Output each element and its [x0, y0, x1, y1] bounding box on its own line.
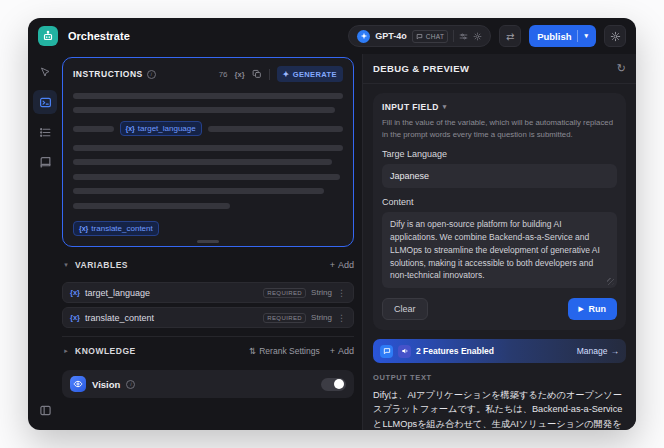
generate-button[interactable]: ✦ GENERATE [277, 66, 343, 82]
pointer-tool-icon[interactable] [33, 60, 57, 84]
resize-grip[interactable] [607, 278, 614, 285]
instructions-title: INSTRUCTIONS [73, 69, 143, 79]
clear-button[interactable]: Clear [382, 298, 428, 320]
char-count: 76 [219, 70, 228, 79]
variable-more-icon[interactable]: ⋮ [337, 288, 346, 298]
nav-logs-icon[interactable] [33, 120, 57, 144]
orchestrate-column: INSTRUCTIONS i 76 {x} ✦ GENERATE [62, 54, 362, 430]
app-window: Orchestrate GPT-4o CHAT ⇄ Publish ▾ [28, 18, 636, 430]
nav-knowledge-icon[interactable] [33, 150, 57, 174]
required-badge: REQUIRED [263, 288, 306, 298]
output-text: Difyは、AIアプリケーションを構築するためのオープンソースプラットフォームで… [373, 388, 626, 430]
features-count-label: 2 Features Enabled [416, 346, 494, 356]
feature-opener-icon [380, 345, 393, 358]
variable-icon: {x} [70, 313, 80, 322]
variable-icon: {x} [79, 225, 88, 232]
left-nav-rail [28, 54, 62, 430]
gear-icon[interactable] [473, 32, 482, 41]
page-title: Orchestrate [68, 30, 130, 42]
model-provider-icon [357, 30, 370, 43]
prompt-editor[interactable]: {x} target_language {x} translate_conten… [73, 84, 343, 236]
nav-orchestrate-icon[interactable] [33, 90, 57, 114]
skeleton-line [73, 159, 332, 165]
arrow-right-icon: → [611, 346, 620, 356]
model-param-icons [459, 32, 482, 41]
variable-chip-translate-content[interactable]: {x} translate_content [73, 221, 159, 236]
model-selector[interactable]: GPT-4o CHAT [348, 25, 491, 47]
variable-chip-target-language[interactable]: {x} target_language [120, 121, 202, 136]
rerank-settings-button[interactable]: ⇅ Rerank Settings [249, 346, 320, 356]
instructions-header: INSTRUCTIONS i 76 {x} ✦ GENERATE [73, 66, 343, 82]
debug-header: DEBUG & PREVIEW ↻ [363, 54, 636, 84]
model-name: GPT-4o [375, 31, 407, 41]
publish-button[interactable]: Publish ▾ [529, 25, 596, 47]
chat-bubble-icon [416, 33, 423, 40]
copy-icon[interactable] [252, 69, 262, 79]
variable-name: translate_content [85, 313, 154, 323]
rerank-icon: ⇅ [249, 346, 256, 356]
input-field-header[interactable]: INPUT FIELD ▾ [382, 102, 617, 112]
skeleton-line [73, 126, 114, 132]
divider [453, 30, 454, 42]
chevron-down-icon: ▾ [584, 32, 588, 40]
content-textarea[interactable]: Dify is an open-source platform for buil… [382, 212, 617, 288]
collapse-panel-icon[interactable] [33, 398, 57, 422]
toggle-knob [334, 379, 344, 389]
debug-title: DEBUG & PREVIEW [373, 63, 469, 74]
swap-model-button[interactable]: ⇄ [499, 25, 521, 47]
chevron-down-icon: ▾ [443, 103, 447, 111]
variable-row-target-language[interactable]: {x} target_language REQUIRED String ⋮ [62, 282, 354, 303]
target-language-label: Targe Language [382, 149, 617, 159]
variable-icon: {x} [126, 125, 135, 132]
add-variable-button[interactable]: + Add [330, 260, 354, 270]
input-field-description: Fill in the value of the variable, which… [382, 117, 617, 140]
app-header: Orchestrate GPT-4o CHAT ⇄ Publish ▾ [28, 18, 636, 54]
skeleton-line [73, 188, 324, 194]
sliders-icon[interactable] [459, 32, 468, 41]
variable-icon: {x} [70, 288, 80, 297]
insert-variable-icon[interactable]: {x} [235, 70, 245, 79]
refresh-icon[interactable]: ↻ [617, 62, 626, 75]
chevron-right-icon[interactable]: ▸ [62, 347, 70, 355]
variable-name: target_language [85, 288, 150, 298]
app-settings-button[interactable] [604, 25, 626, 47]
plus-icon: + [330, 346, 335, 356]
resize-handle[interactable] [197, 240, 219, 243]
output-title: OUTPUT TEXT [373, 373, 626, 382]
variable-type: String [311, 313, 332, 322]
vision-feature-card: Vision i [62, 370, 354, 398]
skeleton-line [73, 107, 335, 113]
add-knowledge-button[interactable]: + Add [330, 346, 354, 356]
swap-icon: ⇄ [506, 31, 514, 42]
gear-icon [610, 31, 621, 42]
vision-title: Vision [92, 379, 120, 390]
run-button[interactable]: ▶ Run [568, 298, 618, 320]
instructions-panel: INSTRUCTIONS i 76 {x} ✦ GENERATE [62, 57, 354, 247]
features-enabled-bar[interactable]: 2 Features Enabled Manage → [373, 339, 626, 363]
plus-icon: + [330, 260, 335, 270]
model-mode-badge: CHAT [412, 30, 448, 43]
skeleton-line [73, 174, 340, 180]
knowledge-section-header: ▸ KNOWLEDGE ⇅ Rerank Settings + Add [62, 336, 354, 362]
info-icon: i [126, 380, 135, 389]
output-section: OUTPUT TEXT Difyは、AIアプリケーションを構築するためのオープン… [373, 373, 626, 422]
variable-type: String [311, 288, 332, 297]
sparkle-icon: ✦ [283, 70, 290, 79]
info-icon: i [147, 70, 156, 79]
variable-row-translate-content[interactable]: {x} translate_content REQUIRED String ⋮ [62, 307, 354, 328]
skeleton-line [73, 203, 230, 209]
variables-section-header: ▾ VARIABLES + Add [62, 252, 354, 278]
knowledge-title: KNOWLEDGE [75, 346, 136, 356]
chevron-down-icon[interactable]: ▾ [62, 261, 70, 269]
debug-preview-panel: DEBUG & PREVIEW ↻ INPUT FIELD ▾ Fill in … [362, 54, 636, 430]
publish-label: Publish [537, 31, 571, 42]
robot-icon [42, 30, 54, 42]
variable-more-icon[interactable]: ⋮ [337, 313, 346, 323]
skeleton-line [73, 145, 343, 151]
skeleton-line [73, 93, 343, 99]
target-language-value: Japanese [390, 171, 429, 181]
target-language-select[interactable]: Japanese [382, 164, 617, 188]
vision-toggle[interactable] [321, 378, 346, 391]
manage-features-button[interactable]: Manage → [577, 346, 619, 356]
app-logo[interactable] [38, 26, 58, 46]
